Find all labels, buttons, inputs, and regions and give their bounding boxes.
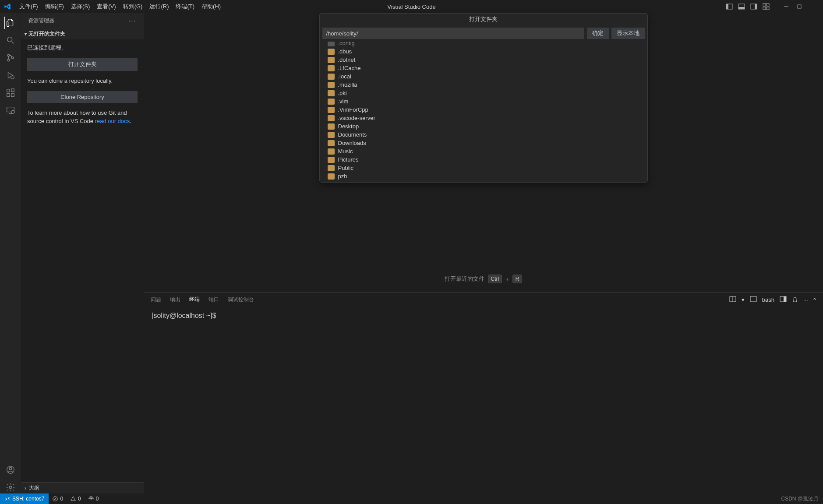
terminal-prompt: [solity@localhost ~]$ bbox=[152, 312, 216, 319]
path-input[interactable] bbox=[322, 28, 584, 39]
folder-item[interactable]: .mozilla bbox=[320, 81, 647, 89]
maximize-icon[interactable] bbox=[797, 4, 802, 9]
terminal-shell-icon[interactable] bbox=[750, 296, 757, 304]
folder-icon bbox=[328, 99, 335, 105]
folder-icon bbox=[328, 49, 335, 55]
terminal-body[interactable]: [solity@localhost ~]$ bbox=[144, 307, 823, 493]
menu-go[interactable]: 转到(G) bbox=[120, 1, 146, 12]
tab-ports[interactable]: 端口 bbox=[208, 294, 219, 305]
kill-terminal-icon[interactable] bbox=[792, 296, 798, 303]
split-terminal-icon[interactable] bbox=[729, 296, 736, 304]
folder-name: .local bbox=[338, 73, 351, 80]
status-warnings[interactable]: 0 bbox=[67, 496, 85, 502]
open-folder-button[interactable]: 打开文件夹 bbox=[27, 58, 138, 71]
folder-icon bbox=[328, 157, 335, 163]
new-terminal-dropdown-icon[interactable]: ▾ bbox=[742, 296, 745, 303]
vscode-logo-icon bbox=[4, 3, 11, 11]
toggle-panel-icon[interactable] bbox=[738, 3, 745, 10]
status-errors[interactable]: 0 bbox=[49, 496, 67, 502]
folder-name: Documents bbox=[338, 131, 367, 138]
toggle-secondary-sidebar-icon[interactable] bbox=[750, 3, 757, 10]
key-r: R bbox=[512, 275, 523, 283]
folder-item[interactable]: .dbus bbox=[320, 47, 647, 56]
folder-icon bbox=[328, 132, 335, 138]
menu-help[interactable]: 帮助(H) bbox=[198, 1, 224, 12]
clone-repository-button[interactable]: Clone Repository bbox=[27, 91, 138, 103]
chevron-down-icon: ▾ bbox=[25, 32, 27, 36]
folder-item[interactable]: .LfCache bbox=[320, 64, 647, 72]
search-icon[interactable] bbox=[4, 34, 17, 46]
svg-rect-8 bbox=[763, 7, 766, 10]
folder-name: .vscode-server bbox=[338, 115, 375, 121]
ok-button[interactable]: 确定 bbox=[587, 28, 609, 39]
svg-rect-5 bbox=[755, 4, 757, 9]
sidebar-title: 资源管理器 bbox=[28, 17, 54, 25]
tab-output[interactable]: 输出 bbox=[170, 294, 180, 305]
menu-view[interactable]: 查看(V) bbox=[93, 1, 119, 12]
panel-tabs: 问题 输出 终端 端口 调试控制台 ▾ bash ··· ^ bbox=[144, 293, 823, 307]
folder-list[interactable]: .config.dbus.dotnet.LfCache.local.mozill… bbox=[320, 42, 647, 182]
remote-indicator[interactable]: SSH: centos7 bbox=[0, 493, 49, 504]
split-right-icon[interactable] bbox=[780, 296, 787, 304]
explorer-icon[interactable] bbox=[4, 17, 17, 29]
menu-run[interactable]: 运行(R) bbox=[146, 1, 172, 12]
folder-icon bbox=[328, 107, 335, 113]
folder-item[interactable]: .vim bbox=[320, 97, 647, 106]
customize-layout-icon[interactable] bbox=[763, 3, 770, 10]
folder-item[interactable]: Music bbox=[320, 147, 647, 155]
menu-bar: 文件(F) 编辑(E) 选择(S) 查看(V) 转到(G) 运行(R) 终端(T… bbox=[16, 1, 224, 12]
folder-item[interactable]: .vscode-server bbox=[320, 114, 647, 122]
sidebar-section-no-folder[interactable]: ▾ 无打开的文件夹 bbox=[21, 28, 144, 39]
folder-item[interactable]: .dotnet bbox=[320, 56, 647, 64]
menu-edit[interactable]: 编辑(E) bbox=[42, 1, 67, 12]
svg-rect-32 bbox=[750, 296, 756, 302]
watermark: CSDN @孤泣月 bbox=[781, 495, 823, 503]
folder-item[interactable]: .pki bbox=[320, 89, 647, 97]
menu-selection[interactable]: 选择(S) bbox=[67, 1, 93, 12]
sidebar-more-icon[interactable]: ··· bbox=[128, 17, 137, 25]
folder-item[interactable]: Documents bbox=[320, 130, 647, 139]
status-ports[interactable]: 0 bbox=[85, 496, 102, 502]
folder-item[interactable]: Public bbox=[320, 164, 647, 172]
menu-terminal[interactable]: 终端(T) bbox=[172, 1, 198, 12]
folder-item[interactable]: .VimForCpp bbox=[320, 106, 647, 114]
more-actions-icon[interactable]: ··· bbox=[803, 296, 808, 303]
chevron-right-icon: › bbox=[25, 485, 26, 491]
sidebar-header: 资源管理器 ··· bbox=[21, 13, 144, 28]
show-local-button[interactable]: 显示本地 bbox=[611, 28, 645, 39]
svg-rect-34 bbox=[784, 296, 786, 302]
folder-item[interactable]: Pictures bbox=[320, 155, 647, 164]
connected-text: 已连接到远程。 bbox=[27, 44, 138, 52]
remote-explorer-icon[interactable] bbox=[4, 104, 17, 116]
svg-point-26 bbox=[11, 110, 14, 113]
outline-label: 大纲 bbox=[29, 484, 39, 492]
sidebar-outline-section[interactable]: › 大纲 bbox=[21, 482, 144, 493]
toggle-primary-sidebar-icon[interactable] bbox=[726, 3, 733, 10]
extensions-icon[interactable] bbox=[4, 87, 17, 99]
recent-label: 打开最近的文件 bbox=[445, 275, 484, 283]
tab-debug-console[interactable]: 调试控制台 bbox=[228, 294, 254, 305]
menu-file[interactable]: 文件(F) bbox=[16, 1, 42, 12]
svg-point-28 bbox=[9, 468, 12, 470]
svg-rect-21 bbox=[7, 94, 9, 96]
folder-item[interactable]: Downloads bbox=[320, 139, 647, 147]
folder-item[interactable]: .local bbox=[320, 72, 647, 81]
tab-terminal[interactable]: 终端 bbox=[189, 294, 200, 305]
source-control-icon[interactable] bbox=[4, 52, 17, 64]
settings-gear-icon[interactable] bbox=[4, 481, 17, 493]
folder-name: Desktop bbox=[338, 123, 359, 130]
panel-maximize-icon[interactable]: ^ bbox=[813, 296, 816, 303]
shell-label[interactable]: bash bbox=[762, 296, 774, 303]
folder-item[interactable]: Desktop bbox=[320, 122, 647, 130]
plus-sign: + bbox=[505, 276, 509, 282]
accounts-icon[interactable] bbox=[4, 464, 17, 476]
svg-point-19 bbox=[11, 76, 14, 79]
folder-icon bbox=[328, 42, 335, 46]
run-debug-icon[interactable] bbox=[4, 69, 17, 81]
minimize-icon[interactable] bbox=[784, 4, 789, 9]
read-docs-link[interactable]: read our docs bbox=[95, 118, 130, 124]
folder-item[interactable]: .config bbox=[320, 42, 647, 47]
tab-problems[interactable]: 问题 bbox=[151, 294, 161, 305]
folder-icon bbox=[328, 140, 335, 146]
folder-item[interactable]: pzh bbox=[320, 172, 647, 180]
